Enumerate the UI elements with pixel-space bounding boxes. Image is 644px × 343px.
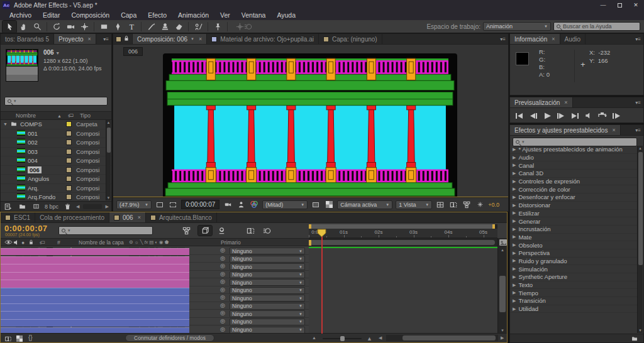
camera-tool[interactable] [64, 21, 77, 33]
eraser-tool[interactable] [172, 21, 186, 33]
label-chip[interactable] [66, 176, 72, 182]
effects-category[interactable]: ▶Perspectiva [510, 249, 638, 258]
effects-category[interactable]: ▶Simulación [510, 265, 638, 273]
expand-arrow-icon[interactable]: ▶ [513, 163, 516, 168]
transparency-grid-icon[interactable] [324, 200, 334, 209]
close-icon[interactable]: × [199, 36, 202, 42]
effects-category[interactable]: ▶Audio [510, 154, 638, 162]
zoom-out-mountain-icon[interactable]: ▲ [312, 335, 316, 340]
project-search-input[interactable]: ▾ [4, 97, 108, 106]
expand-parent-icon[interactable]: {} [28, 334, 33, 341]
next-frame-button[interactable] [555, 111, 567, 121]
timeline-tab-1[interactable]: Cola de procesamiento [35, 212, 109, 222]
effects-category[interactable]: ▶Tiempo [510, 289, 638, 297]
menu-7[interactable]: Ventana [236, 10, 272, 20]
project-hscroll[interactable] [83, 204, 101, 209]
hscroll-left-icon[interactable]: ◀ [76, 204, 79, 209]
region-of-interest-icon[interactable] [168, 200, 178, 209]
workspace-dropdown[interactable]: Animación▼ [483, 22, 551, 31]
expand-arrow-icon[interactable]: ▶ [513, 307, 516, 312]
parent-pickwhip-icon[interactable]: ◎ [220, 247, 225, 253]
project-item-name[interactable]: 003 [28, 148, 38, 155]
project-item-Arq.Fondo[interactable]: Arq.FondoComposi [1, 193, 111, 200]
scroll-down-icon[interactable]: ▼ [106, 196, 111, 200]
label-chip[interactable] [66, 149, 72, 155]
parent-dropdown[interactable]: Ninguno▼ [230, 271, 305, 278]
expand-arrow-icon[interactable]: ▶ [513, 147, 516, 152]
menu-0[interactable]: Archivo [4, 10, 37, 20]
effects-category[interactable]: ▶Texto [510, 281, 638, 290]
parent-pickwhip-icon[interactable]: ◎ [220, 318, 225, 324]
menu-4[interactable]: Efecto [142, 10, 172, 20]
ram-preview-button[interactable] [596, 111, 608, 121]
hand-tool[interactable] [16, 21, 30, 33]
project-item-name[interactable]: Arq.Fondo [28, 193, 55, 200]
project-item-Angulos[interactable]: AngulosComposi [1, 175, 111, 184]
layer-duration-bar[interactable] [1, 280, 189, 288]
timeline-tab-3[interactable]: Arquitecuta.Blanco [146, 212, 217, 222]
parent-dropdown[interactable]: Ninguno▼ [230, 279, 305, 286]
parent-pickwhip-icon[interactable]: ◎ [220, 310, 225, 316]
expand-arrow-icon[interactable]: ▶ [513, 258, 516, 263]
hscroll-left-icon[interactable]: ◀ [379, 335, 382, 340]
parent-pickwhip-icon[interactable]: ◎ [220, 278, 225, 285]
current-timecode[interactable]: 0:00:00:07 [4, 224, 48, 233]
parent-dropdown[interactable]: Ninguno▼ [230, 318, 305, 325]
layer-duration-bar[interactable] [1, 272, 189, 280]
project-item-name[interactable]: 006 [28, 166, 42, 173]
expand-arrow-icon[interactable]: ▶ [513, 195, 516, 200]
type-tool[interactable]: T [125, 21, 138, 33]
exposure-value[interactable]: +0.0 [488, 202, 499, 208]
effects-category[interactable]: ▶Ruido y granulado [510, 258, 638, 266]
timeline-search-input[interactable]: ▾ [58, 226, 153, 235]
new-folder-icon[interactable] [17, 202, 27, 211]
menu-3[interactable]: Capa [115, 10, 142, 20]
brush-tool[interactable] [144, 21, 158, 33]
parent-column[interactable]: Primario [221, 239, 241, 246]
effects-category[interactable]: ▶Transición [510, 297, 638, 305]
puppet-pin-tool[interactable] [211, 21, 225, 33]
parent-dropdown[interactable]: Ninguno▼ [230, 303, 305, 310]
pan-behind-tool[interactable] [77, 21, 91, 33]
effects-category[interactable]: ▶Incrustación [510, 226, 638, 234]
viewer-tab-2[interactable]: Capa: (ninguno) [319, 34, 382, 44]
pen-tool[interactable] [111, 21, 125, 33]
tab-audio[interactable]: Audio [560, 34, 586, 44]
parent-dropdown[interactable]: Ninguno▼ [230, 310, 305, 317]
scroll-up-icon[interactable]: ▲ [498, 248, 507, 252]
project-item-006[interactable]: 006Composi [1, 166, 111, 175]
menu-8[interactable]: Ayuda [271, 10, 301, 20]
new-composition-icon[interactable] [31, 202, 41, 211]
parent-dropdown[interactable]: Ninguno▼ [230, 256, 305, 263]
layer-duration-bar[interactable] [1, 311, 189, 319]
effects-search-input[interactable]: ▾ [513, 138, 637, 146]
expand-arrow-icon[interactable]: ▶ [513, 283, 516, 288]
roto-brush-tool[interactable] [191, 21, 205, 33]
expand-arrow-icon[interactable]: ▼ [3, 122, 8, 126]
first-frame-button[interactable] [513, 111, 525, 121]
viewer-tab-0[interactable]: Composición: 006▼× [133, 34, 207, 44]
minimize-button[interactable]: — [595, 0, 611, 10]
viewer-tab-1[interactable]: Material de archivo: Ojo+pupila.ai [207, 34, 319, 44]
label-chip[interactable] [66, 131, 72, 136]
expand-in-out-icon[interactable] [3, 334, 13, 343]
hscroll-right-icon[interactable]: ▶ [106, 204, 109, 209]
label-chip[interactable] [66, 194, 72, 200]
expand-arrow-icon[interactable]: ▶ [513, 242, 516, 248]
camera-dropdown[interactable]: Cámara activa▼ [337, 200, 392, 209]
audio-mute-button[interactable] [582, 111, 594, 121]
layer-duration-bar[interactable] [1, 319, 189, 327]
parent-pickwhip-icon[interactable]: ◎ [220, 255, 225, 261]
playhead-line[interactable] [321, 229, 323, 334]
project-item-002[interactable]: 002Composi [1, 138, 111, 148]
interpret-footage-icon[interactable] [3, 202, 13, 211]
timeline-tab-2[interactable]: 006× [109, 212, 146, 222]
parent-dropdown[interactable]: Ninguno▼ [230, 248, 305, 254]
show-channel-icon[interactable] [249, 200, 259, 209]
viewer-timecode[interactable]: 0:00:00:07 [181, 200, 219, 209]
parent-dropdown[interactable]: Ninguno▼ [230, 287, 305, 294]
column-name[interactable]: Nombre [16, 112, 36, 119]
column-type[interactable]: Tipo [80, 112, 91, 119]
new-preset-folder-icon[interactable] [630, 334, 640, 343]
effects-category[interactable]: ▶Controles de expresión [510, 178, 638, 186]
